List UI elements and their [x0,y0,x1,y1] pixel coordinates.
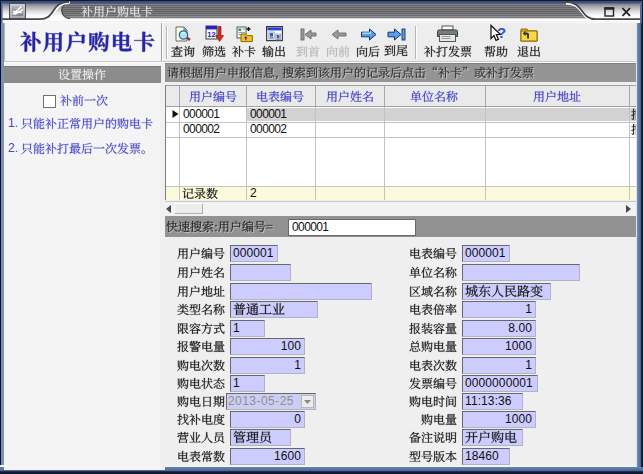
svg-text:12: 12 [207,30,215,39]
